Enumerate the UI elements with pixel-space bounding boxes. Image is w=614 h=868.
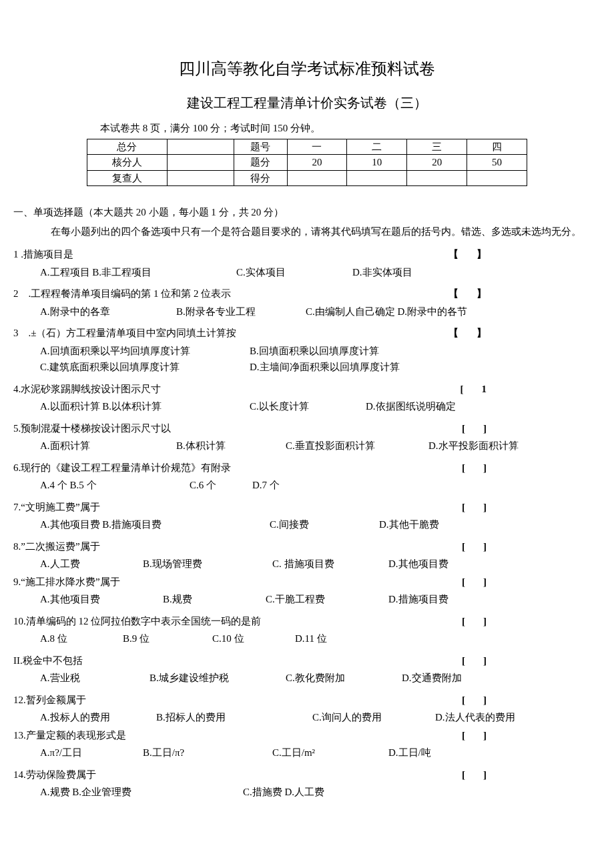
- q7-text: 7.“文明施工费”属于: [13, 500, 462, 515]
- q4-opt-ab: A.以面积计算 B.以体积计算: [40, 399, 234, 414]
- q6-opt-d: D.7 个: [252, 478, 280, 493]
- cell-blank: [467, 170, 527, 186]
- q5-opt-b: B.体积计算: [176, 438, 270, 454]
- answer-bracket: [ ]: [462, 728, 491, 743]
- q2-text: 2 .工程程餐清单项目编码的第 1 位和第 2 位表示: [13, 286, 448, 302]
- q13-opt-d: D.工日/吨: [388, 745, 431, 761]
- cell-blank: [167, 170, 234, 186]
- q14-opt-ab: A.规费 B.企业管理费: [40, 785, 227, 800]
- q1-opt-c: C.实体项目: [236, 265, 336, 280]
- q10-opt-c: C.10 位: [212, 631, 279, 646]
- q8-opt-d: D.其他项目费: [388, 556, 448, 572]
- answer-bracket: [ ]: [462, 421, 491, 436]
- cell-points-label: 题分: [234, 155, 287, 171]
- q14-text: 14.劳动保险费属于: [13, 767, 462, 783]
- q4-opt-c: C.以长度计算: [250, 399, 350, 414]
- table-row: 复查人 得分: [87, 170, 527, 186]
- question-9: 9.“施工排水降水费”属于 [ ] A.其他项目费 B.规费 C.干脆工程费 D…: [13, 574, 601, 607]
- table-row: 总分 题号 一 二 三 四: [87, 139, 527, 155]
- cell-col1: 一: [287, 139, 347, 155]
- question-8: 8.”二次搬运费”属于 [ ] A.人工费 B.现场管理费 C. 措施项目费 D…: [13, 539, 601, 572]
- answer-bracket: [ ]: [462, 767, 491, 783]
- cell-col2: 二: [347, 139, 407, 155]
- exam-info: 本试卷共 8 页，满分 100 分；考试时间 150 分钟。: [100, 121, 601, 136]
- cell-reviewer: 复查人: [87, 170, 168, 186]
- q11-opt-b: B.城乡建设维护税: [149, 671, 270, 686]
- answer-bracket: 【 】: [448, 326, 491, 341]
- q1-opt-ab: A.工程项目 B.非工程项目: [40, 265, 220, 280]
- q2-opt-a: A.附录中的各章: [40, 304, 160, 320]
- q7-opt-ab: A.其他项目费 B.措施项目费: [40, 517, 254, 532]
- sub-title: 建设工程工程量清单计价实务试卷（三）: [13, 93, 601, 113]
- section-heading: 一、单项选择题（本大题共 20 小题，每小题 1 分，共 20 分）: [13, 205, 601, 220]
- q1-text: 1 .措施项目是: [13, 247, 448, 262]
- answer-bracket: [ ]: [462, 460, 491, 476]
- q8-opt-b: B.现场管理费: [143, 556, 256, 572]
- cell-pts2: 10: [347, 155, 407, 171]
- cell-pts4: 50: [467, 155, 527, 171]
- q13-opt-c: C.工日/m²: [272, 745, 372, 761]
- question-11: II.税金中不包括 [ ] A.营业税 B.城乡建设维护税 C.教化费附加 D.…: [13, 653, 601, 686]
- q7-opt-d: D.其他干脆费: [379, 517, 439, 532]
- q10-opt-a: A.8 位: [40, 631, 107, 646]
- q6-opt-c: C.6 个: [190, 478, 236, 493]
- q10-opt-b: B.9 位: [123, 631, 196, 646]
- q10-opt-d: D.11 位: [295, 631, 327, 646]
- q5-opt-a: A.面积计算: [40, 438, 160, 454]
- cell-pts1: 20: [287, 155, 347, 171]
- question-7: 7.“文明施工费”属于 [ ] A.其他项目费 B.措施项目费 C.间接费 D.…: [13, 500, 601, 532]
- cell-blank: [407, 170, 467, 186]
- q4-opt-d: D.依据图纸说明确定: [366, 399, 456, 414]
- answer-bracket: [ ]: [462, 653, 491, 669]
- q3-opt-d: D.主墙间净面积乘以回填厚度计算: [250, 360, 400, 375]
- question-2: 2 .工程程餐清单项目编码的第 1 位和第 2 位表示 【 】 A.附录中的各章…: [13, 286, 601, 319]
- question-6: 6.现行的《建设工程工程量清单计价规范》有附录 [ ] A.4 个 B.5 个 …: [13, 460, 601, 493]
- q8-opt-c: C. 措施项目费: [272, 556, 372, 572]
- q3-text: 3 .±（石）方工程量清单项目中室内同填土计算按: [13, 326, 448, 341]
- q5-text: 5.预制混凝十楼梯按设计图示尺寸以: [13, 421, 462, 436]
- q11-opt-c: C.教化费附加: [286, 671, 386, 686]
- q11-opt-a: A.营业税: [40, 671, 133, 686]
- main-title: 四川高等教化自学考试标准预料试卷: [13, 57, 601, 81]
- q12-opt-a: A.投标人的费用: [40, 710, 140, 725]
- answer-bracket: [ ]: [462, 500, 491, 515]
- table-row: 核分人 题分 20 10 20 50: [87, 155, 527, 171]
- q9-opt-d: D.措施项目费: [388, 592, 448, 607]
- answer-bracket: 【 】: [448, 286, 491, 302]
- q10-text: 10.清单编码的 12 位阿拉伯数字中表示全国统一码的是前: [13, 614, 462, 629]
- q3-opt-b: B.回填面积乘以回填厚度计算: [250, 344, 379, 359]
- cell-qnum-label: 题号: [234, 139, 287, 155]
- q9-text: 9.“施工排水降水费”属于: [13, 574, 462, 590]
- q11-opt-d: D.交通费附加: [402, 671, 462, 686]
- question-5: 5.预制混凝十楼梯按设计图示尺寸以 [ ] A.面积计算 B.体积计算 C.垂直…: [13, 421, 601, 454]
- q12-text: 12.暂列金额属于: [13, 693, 462, 708]
- q7-opt-c: C.间接费: [270, 517, 363, 532]
- q1-opt-d: D.非实体项目: [352, 265, 412, 280]
- q4-text: 4.水泥砂浆踢脚线按设计图示尺寸: [13, 382, 460, 397]
- q14-opt-cd: C.措施费 D.人工费: [243, 785, 324, 800]
- q12-opt-c: C.询问人的费用: [312, 710, 419, 725]
- q6-opt-ab: A.4 个 B.5 个: [40, 478, 174, 493]
- cell-blank: [167, 155, 234, 171]
- q2-opt-cd: C.由编制人自己确定 D.附录中的各节: [306, 304, 467, 320]
- q8-text: 8.”二次搬运费”属于: [13, 539, 462, 554]
- answer-bracket: [ ]: [462, 574, 491, 590]
- cell-col4: 四: [467, 139, 527, 155]
- q13-opt-b: B.工日/π?: [143, 745, 256, 761]
- question-3: 3 .±（石）方工程量清单项目中室内同填土计算按 【 】 A.回填面积乘以平均回…: [13, 326, 601, 375]
- cell-pts3: 20: [407, 155, 467, 171]
- question-13: 13.产量定额的表现形式是 [ ] A.π?/工日 B.工日/π? C.工日/m…: [13, 728, 601, 761]
- section-note: 在每小题列出的四个备选项中只有一个是符合题目要求的，请将其代码填写在题后的括号内…: [51, 224, 601, 240]
- answer-bracket: 【 】: [448, 247, 491, 262]
- cell-col3: 三: [407, 139, 467, 155]
- score-table: 总分 题号 一 二 三 四 核分人 题分 20 10 20 50 复查人 得分: [87, 139, 527, 187]
- cell-total: 总分: [87, 139, 168, 155]
- question-12: 12.暂列金额属于 [ ] A.投标人的费用 B.招标人的费用 C.询问人的费用…: [13, 693, 601, 725]
- q9-opt-a: A.其他项目费: [40, 592, 147, 607]
- q8-opt-a: A.人工费: [40, 556, 127, 572]
- answer-bracket: [ 1: [460, 382, 491, 397]
- q3-opt-c: C.建筑底面积乘以回填厚度计算: [40, 360, 234, 375]
- q5-opt-d: D.水平投影面积计算: [428, 438, 519, 454]
- question-10: 10.清单编码的 12 位阿拉伯数字中表示全国统一码的是前 [ ] A.8 位 …: [13, 614, 601, 646]
- q11-text: II.税金中不包括: [13, 653, 462, 669]
